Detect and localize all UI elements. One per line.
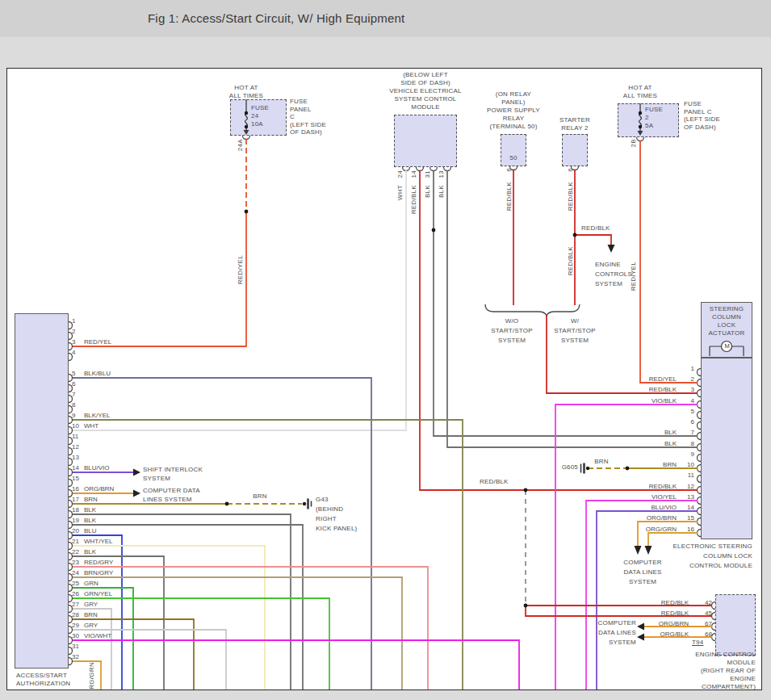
diagram-canvas: HOT AT ALL TIMES FUSE 24 10A FUSE PANEL … [6, 68, 762, 690]
pin-num: 25 [72, 580, 82, 587]
wire-wht-yel-pin21 [73, 546, 265, 690]
pin-num: 32 [72, 653, 82, 660]
left-pin-19: 19BLK [72, 517, 96, 524]
pin-num: 31 [72, 643, 82, 650]
pin-num: 15 [681, 514, 694, 522]
pin-num: 13 [72, 454, 82, 461]
right-pin-5: 5 [583, 408, 694, 415]
pin-wire: GRN/YEL [84, 590, 112, 597]
pin-num: 2 [72, 328, 82, 335]
pin-num: 16 [72, 485, 82, 493]
left-pin-32: 32 [72, 653, 84, 660]
left-pin-10: 10WHT [72, 422, 98, 430]
pin-wire: BLU [84, 527, 97, 534]
left-pin-8: 8 [72, 401, 84, 409]
pin-wire: BLK [664, 440, 677, 447]
steering-lock-module-box [701, 358, 752, 539]
left-pin-4: 4 [72, 349, 84, 356]
wire-red-blk-engine-controls-branch [575, 235, 611, 245]
starter-relay-2-box [562, 134, 588, 166]
fuse-2-label: FUSE 2 5A [645, 106, 663, 130]
pin-num: 17 [72, 496, 82, 503]
left-pin-30: 30VIO/WHT [72, 632, 111, 639]
mid-red-blk-label: RED/BLK [480, 478, 509, 486]
right-pin-1: 1 [583, 365, 694, 372]
pin-num: 11 [72, 433, 82, 440]
branch-wire-label: RED/BLK [581, 224, 610, 233]
pin-wire: BLU/VIO [84, 464, 110, 472]
left-pin-14: 14BLU/VIO [72, 464, 110, 472]
left-pin-18: 18BLK [72, 506, 96, 513]
power-supply-relay-pin-50: 50 [501, 154, 526, 162]
pin-num: 13 [681, 493, 694, 501]
pin-wire: WHT [84, 422, 98, 430]
pin-num: 18 [72, 506, 82, 513]
pin-num: 7 [72, 391, 82, 398]
pin-num: 24 [72, 569, 82, 576]
right-pin-10: BRN10 [583, 461, 694, 468]
right-pin-8: BLK8 [583, 440, 694, 447]
left-pin-13: 13 [72, 454, 84, 461]
wire-wht-pin10 [73, 170, 406, 430]
pin-num: 10 [72, 422, 82, 430]
right-pin-16: ORG/GRN16 [583, 526, 694, 533]
pin-wire: ORG/BRN [659, 620, 689, 627]
figure-title: Fig 1: Access/Start Circuit, W/ High Equ… [148, 11, 404, 25]
right-pin-6: 6 [583, 418, 694, 425]
pin-wire: ORG/BLK [660, 631, 689, 638]
left-pin-17: 17BRN [72, 496, 98, 503]
left-pin-22: 22BLK [72, 548, 96, 555]
pin-num: 12 [681, 483, 694, 490]
pin-num: 27 [72, 601, 82, 608]
vescm-pin-31: 31 [424, 170, 431, 178]
engine-controls-arrow [608, 245, 615, 253]
pin-wire: RED/GRY [84, 559, 113, 566]
variant-wo-start-stop: W/O START/STOP SYSTEM [484, 316, 539, 346]
junction-dots [225, 111, 643, 608]
pin-wire: GRY [84, 601, 98, 608]
left-pin-29: 29GRY [72, 622, 98, 629]
wire-red-yel-pin3 [73, 212, 246, 346]
g43-ground-icon [303, 499, 312, 509]
variant-w-start-stop: W/ START/STOP SYSTEM [547, 316, 602, 346]
pin-num: 67 [696, 620, 712, 627]
pin-wire: BRN [84, 496, 98, 503]
pin-num: 29 [72, 622, 82, 629]
left-pin-20: 20BLU [72, 527, 97, 534]
actuator-label: STEERING COLUMN LOCK ACTUATOR [702, 305, 751, 337]
access-start-module-box [15, 313, 69, 669]
shift-interlock-target: SHIFT INTERLOCK SYSTEM [143, 465, 232, 483]
motor-letter: M [723, 342, 731, 350]
pin-wire: BRN/GRY [84, 569, 113, 576]
wire-blk-yel-pin9 [73, 420, 463, 690]
left-pin-9: 9BLK/YEL [72, 412, 110, 419]
engine-control-module-box [715, 594, 756, 656]
power-supply-relay-label: (ON RELAY PANEL) POWER SUPPLY RELAY (TER… [475, 90, 552, 131]
wire-vio-wht-pin30 [73, 640, 519, 690]
pin-num: 30 [72, 632, 82, 639]
fuse-24-panel-label: FUSE PANEL C (LEFT SIDE OF DASH) [290, 98, 338, 136]
pin-num: 19 [72, 517, 82, 524]
vehicle-electrical-module-box [394, 115, 457, 167]
pin-wire: GRY [84, 622, 98, 629]
diagram-panel: HOT AT ALL TIMES FUSE 24 10A FUSE PANEL … [6, 68, 762, 690]
pin-wire: BLK [84, 548, 96, 555]
pin-num: 26 [72, 590, 82, 597]
pin-wire: RED/BLK [661, 599, 689, 606]
left-pin-5: 5BLK/BLU [72, 370, 111, 377]
pin-num: 3 [72, 338, 82, 346]
wire-blk-vescm13 [447, 170, 698, 447]
wire-grn-yel-pin26 [73, 598, 329, 690]
pin-num: 15 [72, 475, 82, 482]
wire-blk-pin19 [73, 525, 303, 690]
pin-wire: BLK [84, 517, 96, 524]
pin-num: 4 [681, 397, 694, 404]
pin-wire: WHT/YEL [84, 538, 113, 545]
pin-wire: RED/BLK [661, 610, 689, 617]
fuse-2-panel-label: FUSE PANEL C (LEFT SIDE OF DASH) [684, 100, 729, 131]
t94-connector-label: T94 [692, 639, 703, 647]
right-pin-14: BLU/VIO14 [583, 504, 694, 511]
pin-num: 10 [681, 461, 694, 468]
vescm-wire-wht: WHT [396, 185, 404, 200]
pin-num: 42 [696, 599, 712, 606]
